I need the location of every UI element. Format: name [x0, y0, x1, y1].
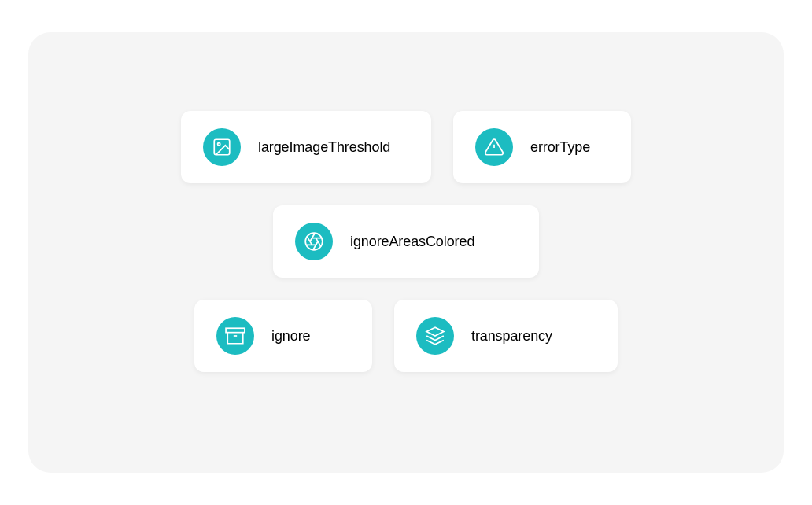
card-ignore: ignore — [194, 300, 372, 372]
svg-rect-11 — [226, 328, 245, 332]
card-large-image-threshold: largeImageThreshold — [181, 111, 431, 183]
card-error-type: errorType — [453, 111, 631, 183]
svg-marker-13 — [426, 327, 444, 336]
aperture-icon — [295, 223, 333, 260]
image-icon — [203, 128, 241, 166]
archive-icon — [216, 317, 254, 355]
alert-triangle-icon — [475, 128, 513, 166]
card-label: ignore — [271, 328, 310, 345]
row-1: largeImageThreshold errorType — [60, 111, 752, 183]
row-2: ignoreAreasColored — [60, 205, 752, 278]
card-ignore-areas-colored: ignoreAreasColored — [273, 205, 539, 278]
card-label: largeImageThreshold — [258, 139, 390, 156]
layers-icon — [416, 317, 454, 355]
card-transparency: transparency — [394, 300, 618, 372]
card-label: ignoreAreasColored — [350, 234, 474, 250]
row-3: ignore transparency — [60, 300, 752, 372]
card-grid: largeImageThreshold errorType ignoreArea… — [28, 32, 784, 473]
card-label: errorType — [530, 139, 590, 156]
card-label: transparency — [471, 328, 552, 345]
svg-point-1 — [218, 143, 220, 146]
